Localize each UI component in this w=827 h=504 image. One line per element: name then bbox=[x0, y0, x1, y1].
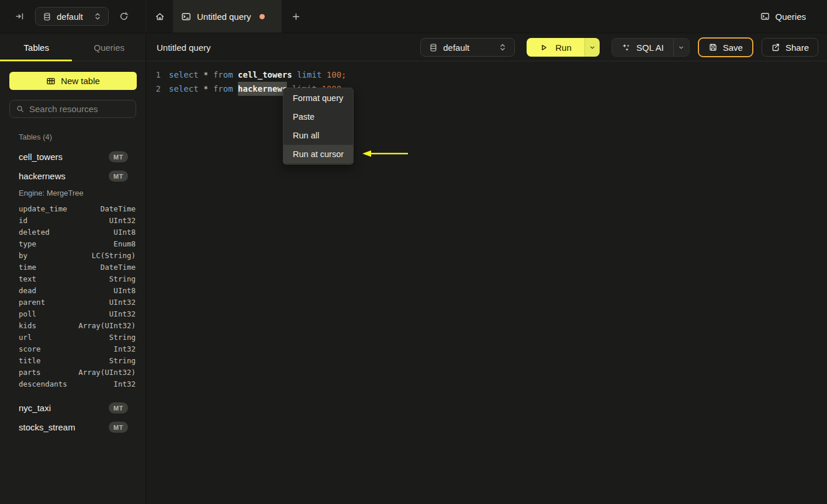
table-row-hackernews[interactable]: hackernews MT bbox=[0, 166, 146, 186]
table-name: nyc_taxi bbox=[19, 403, 51, 413]
column-row: typeEnum8 bbox=[0, 238, 146, 249]
sidebar-tab-queries[interactable]: Queries bbox=[73, 34, 146, 61]
column-type: String bbox=[109, 274, 136, 283]
code-line-2: 2 select * from hackernews limit 1000 bbox=[147, 82, 827, 96]
collapse-sidebar-button[interactable] bbox=[13, 9, 27, 23]
run-options-button[interactable] bbox=[584, 38, 600, 57]
tables-bottom: nyc_taxi MT stocks_stream MT bbox=[0, 398, 146, 437]
sql-ai-label: SQL AI bbox=[636, 43, 664, 53]
column-row: urlString bbox=[0, 331, 146, 343]
main-panel: Untitled query default Run bbox=[147, 34, 827, 504]
chevron-down-icon bbox=[589, 44, 596, 51]
columns-list: update_timeDateTime idUInt32 deletedUInt… bbox=[0, 203, 146, 390]
engine-badge: MT bbox=[109, 422, 128, 433]
terminal-icon bbox=[181, 12, 191, 22]
column-name: score bbox=[19, 345, 41, 353]
column-name: parts bbox=[19, 368, 41, 377]
query-title: Untitled query bbox=[157, 43, 412, 53]
save-button[interactable]: Save bbox=[698, 37, 753, 57]
column-type: DateTime bbox=[101, 263, 136, 272]
column-name: title bbox=[19, 356, 41, 365]
database-selector[interactable]: default bbox=[35, 7, 109, 26]
menu-item-format-query[interactable]: Format query bbox=[283, 89, 353, 107]
editor-toolbar: Untitled query default Run bbox=[147, 34, 827, 61]
run-button[interactable]: Run bbox=[527, 38, 584, 57]
tab-label: Untitled query bbox=[197, 12, 251, 22]
table-name: stocks_stream bbox=[19, 422, 75, 432]
database-selector-value: default bbox=[57, 12, 83, 22]
toolbar-database-selector[interactable]: default bbox=[420, 38, 515, 57]
table-name: hackernews bbox=[19, 171, 65, 181]
sql-operator: * bbox=[199, 68, 213, 82]
sql-space bbox=[292, 68, 297, 82]
topbar-right: Queries bbox=[760, 0, 827, 33]
sidebar-tab-tables[interactable]: Tables bbox=[0, 34, 73, 61]
table-row-cell-towers[interactable]: cell_towers MT bbox=[0, 147, 146, 166]
column-type: Int32 bbox=[113, 345, 136, 353]
table-row-nyc-taxi[interactable]: nyc_taxi MT bbox=[0, 398, 146, 418]
toolbar-database-value: default bbox=[443, 43, 469, 53]
queries-button[interactable]: Queries bbox=[760, 12, 806, 22]
column-type: UInt32 bbox=[109, 298, 136, 307]
annotation-arrow-icon bbox=[362, 149, 409, 158]
menu-item-run-all[interactable]: Run all bbox=[283, 126, 353, 145]
column-row: timeDateTime bbox=[0, 261, 146, 273]
sql-space bbox=[233, 68, 238, 82]
sql-ai-button[interactable]: SQL AI bbox=[612, 39, 673, 56]
column-name: type bbox=[19, 239, 36, 248]
column-type: UInt32 bbox=[109, 310, 136, 318]
column-type: DateTime bbox=[101, 204, 136, 213]
sql-editor[interactable]: 1 select * from cell_towers limit 100; 2… bbox=[147, 61, 827, 96]
line-number: 1 bbox=[147, 68, 161, 82]
share-button-label: Share bbox=[786, 43, 809, 53]
table-grid-icon bbox=[46, 77, 56, 86]
refresh-icon bbox=[119, 12, 129, 21]
column-type: String bbox=[109, 356, 136, 365]
column-row: textString bbox=[0, 273, 146, 284]
column-name: deleted bbox=[19, 228, 50, 237]
line-number: 2 bbox=[147, 82, 161, 96]
home-button[interactable] bbox=[146, 0, 173, 33]
sql-keyword: limit bbox=[297, 68, 321, 82]
column-name: by bbox=[19, 251, 27, 260]
share-button[interactable]: Share bbox=[762, 38, 818, 57]
sparkles-icon bbox=[621, 43, 631, 52]
column-name: url bbox=[19, 333, 32, 342]
sql-keyword: select bbox=[169, 82, 199, 96]
tab-untitled-query[interactable]: Untitled query bbox=[173, 0, 282, 33]
column-type: UInt8 bbox=[113, 228, 136, 237]
column-row: parentUInt32 bbox=[0, 296, 146, 308]
home-icon bbox=[155, 12, 165, 22]
column-type: String bbox=[109, 333, 136, 342]
sql-ai-options-button[interactable] bbox=[673, 39, 689, 56]
column-name: update_time bbox=[19, 204, 67, 213]
menu-item-run-at-cursor[interactable]: Run at cursor bbox=[283, 145, 353, 164]
run-split-button: Run bbox=[527, 38, 600, 57]
new-tab-button[interactable] bbox=[282, 0, 310, 33]
external-link-icon bbox=[771, 43, 780, 52]
menu-item-paste[interactable]: Paste bbox=[283, 107, 353, 126]
plus-icon bbox=[292, 12, 300, 21]
column-row: scoreInt32 bbox=[0, 343, 146, 354]
tables-section-label: Tables (4) bbox=[19, 133, 146, 141]
column-type: Enum8 bbox=[113, 239, 136, 248]
sql-ai-split-button: SQL AI bbox=[611, 38, 690, 57]
table-engine-label: Engine: MergeTree bbox=[19, 189, 146, 197]
new-table-button[interactable]: New table bbox=[9, 72, 137, 90]
column-row: pollUInt32 bbox=[0, 308, 146, 319]
table-list: cell_towers MT hackernews MT Engine: Mer… bbox=[0, 147, 146, 437]
collapse-sidebar-icon bbox=[15, 12, 25, 21]
sql-table-name-selected: hackernews bbox=[238, 82, 287, 96]
engine-badge: MT bbox=[109, 402, 128, 413]
tabstrip: Untitled query bbox=[146, 0, 310, 33]
column-type: UInt8 bbox=[113, 286, 136, 295]
table-row-stocks-stream[interactable]: stocks_stream MT bbox=[0, 418, 146, 437]
sql-space bbox=[321, 68, 326, 82]
column-name: dead bbox=[19, 286, 36, 295]
database-icon bbox=[429, 43, 438, 52]
refresh-button[interactable] bbox=[117, 9, 131, 23]
column-type: Array(UInt32) bbox=[78, 368, 136, 377]
search-input[interactable] bbox=[29, 104, 130, 114]
queries-button-label: Queries bbox=[775, 12, 806, 22]
column-type: UInt32 bbox=[109, 216, 136, 225]
